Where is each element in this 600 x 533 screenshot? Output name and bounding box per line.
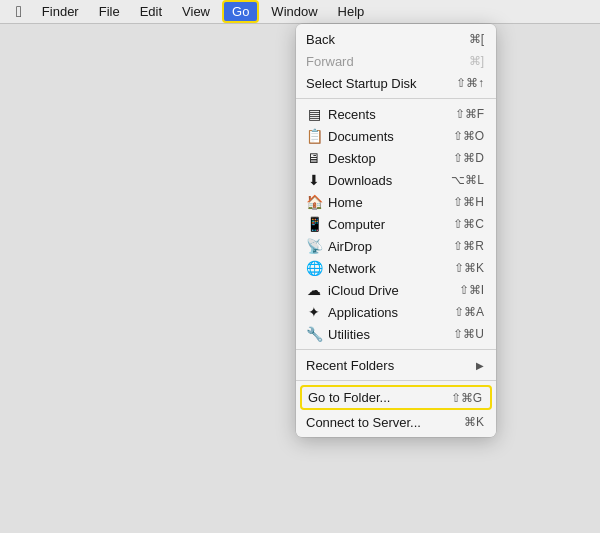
menubar-help[interactable]: Help [330,2,373,21]
menubar-finder[interactable]: Finder [34,2,87,21]
menubar-edit[interactable]: Edit [132,2,170,21]
desktop-icon: 🖥 [306,150,322,166]
menu-utilities[interactable]: 🔧 Utilities ⇧⌘U [296,323,496,345]
divider-1 [296,98,496,99]
menu-airdrop[interactable]: 📡 AirDrop ⇧⌘R [296,235,496,257]
go-menu-dropdown: Back ⌘[ Forward ⌘] Select Startup Disk ⇧… [296,24,496,437]
utilities-icon: 🔧 [306,326,322,342]
menu-goto-folder[interactable]: Go to Folder... ⇧⌘G [300,385,492,410]
menu-recents[interactable]: ▤ Recents ⇧⌘F [296,103,496,125]
go-menu: Back ⌘[ Forward ⌘] Select Startup Disk ⇧… [296,24,496,437]
menu-startup-disk[interactable]: Select Startup Disk ⇧⌘↑ [296,72,496,94]
menu-documents[interactable]: 📋 Documents ⇧⌘O [296,125,496,147]
airdrop-icon: 📡 [306,238,322,254]
apple-menu[interactable]:  [8,3,30,21]
menu-desktop[interactable]: 🖥 Desktop ⇧⌘D [296,147,496,169]
menu-connect-server[interactable]: Connect to Server... ⌘K [296,411,496,433]
divider-3 [296,380,496,381]
applications-icon: ✦ [306,304,322,320]
menu-applications[interactable]: ✦ Applications ⇧⌘A [296,301,496,323]
home-icon: 🏠 [306,194,322,210]
icloud-icon: ☁ [306,282,322,298]
menu-home[interactable]: 🏠 Home ⇧⌘H [296,191,496,213]
menu-network[interactable]: 🌐 Network ⇧⌘K [296,257,496,279]
recents-icon: ▤ [306,106,322,122]
menu-downloads[interactable]: ⬇ Downloads ⌥⌘L [296,169,496,191]
computer-icon: 📱 [306,216,322,232]
menubar-file[interactable]: File [91,2,128,21]
menubar-go[interactable]: Go [222,0,259,23]
menu-back[interactable]: Back ⌘[ [296,28,496,50]
network-icon: 🌐 [306,260,322,276]
menubar:  Finder File Edit View Go Window Help [0,0,600,24]
menu-forward[interactable]: Forward ⌘] [296,50,496,72]
menu-computer[interactable]: 📱 Computer ⇧⌘C [296,213,496,235]
downloads-icon: ⬇ [306,172,322,188]
menubar-window[interactable]: Window [263,2,325,21]
menu-recent-folders[interactable]: Recent Folders ▶ [296,354,496,376]
menubar-view[interactable]: View [174,2,218,21]
documents-icon: 📋 [306,128,322,144]
menu-icloud[interactable]: ☁ iCloud Drive ⇧⌘I [296,279,496,301]
divider-2 [296,349,496,350]
